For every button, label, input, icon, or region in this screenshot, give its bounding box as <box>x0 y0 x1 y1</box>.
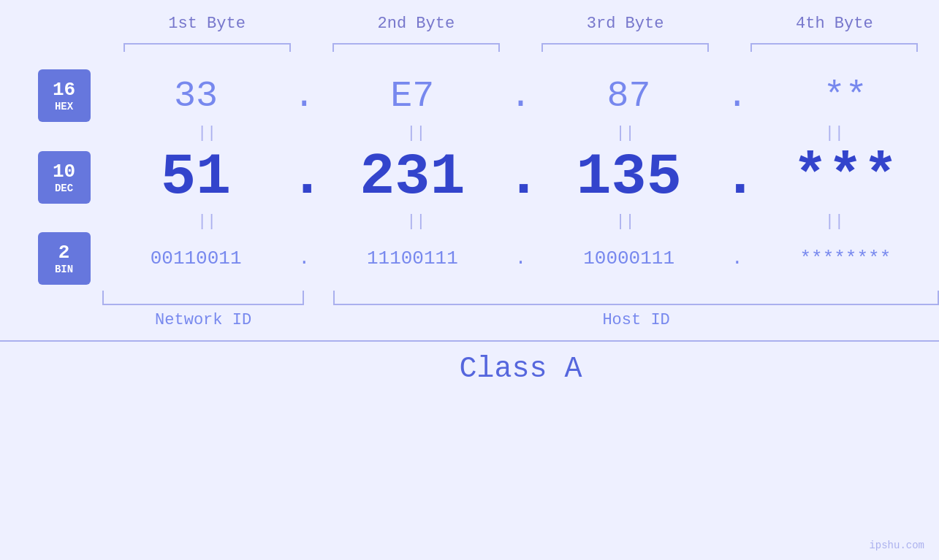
bracket-cell-4 <box>730 40 939 55</box>
byte2-header: 2nd Byte <box>311 15 520 33</box>
bracket-line-1 <box>123 43 291 52</box>
dec-byte1: 51 <box>102 144 289 210</box>
network-id-label: Network ID <box>102 311 304 329</box>
byte3-header: 3rd Byte <box>521 15 730 33</box>
brackets-row <box>0 40 939 55</box>
dec-row: 10 DEC 51 . 231 . 135 . *** <box>0 144 939 210</box>
hex-row: 16 HEX 33 . E7 . 87 . ** <box>0 69 939 122</box>
dec-byte3: 135 <box>536 144 723 210</box>
dec-byte2: 231 <box>319 144 506 210</box>
bracket-line-4 <box>750 43 918 52</box>
bin-label-area: 2 BIN <box>26 232 102 285</box>
dec-values: 51 . 231 . 135 . *** <box>102 144 939 210</box>
hex-base-label: 16 HEX <box>38 69 91 122</box>
bin-dot1: . <box>289 248 319 269</box>
bin-dot3: . <box>723 248 752 269</box>
class-section: Class A <box>0 340 939 386</box>
hex-base-num: 16 <box>53 79 75 101</box>
hex-byte2: E7 <box>319 75 506 117</box>
dot-spacer-1 <box>304 291 333 329</box>
eq1-b1: || <box>102 124 311 142</box>
byte-headers-row: 1st Byte 2nd Byte 3rd Byte 4th Byte <box>0 15 939 33</box>
bin-dot2: . <box>506 248 536 269</box>
host-id-label: Host ID <box>333 311 939 329</box>
eq2-b3: || <box>521 212 730 231</box>
equals-row-2: || || || || <box>0 210 939 232</box>
hex-label-area: 16 HEX <box>26 69 102 122</box>
hex-dot2: . <box>506 75 536 117</box>
class-label: Class A <box>102 353 939 386</box>
dec-base-label: 10 DEC <box>38 151 91 204</box>
network-id-area: Network ID <box>102 291 304 329</box>
byte4-header: 4th Byte <box>730 15 939 33</box>
hex-byte3: 87 <box>536 75 723 117</box>
dec-dot3: . <box>723 144 752 210</box>
byte1-header: 1st Byte <box>102 15 311 33</box>
dec-base-num: 10 <box>53 161 75 183</box>
host-id-bracket <box>333 291 939 305</box>
bracket-line-2 <box>332 43 500 52</box>
eq2-b4: || <box>730 212 939 231</box>
bin-byte1: 00110011 <box>102 248 289 269</box>
main-container: 1st Byte 2nd Byte 3rd Byte 4th Byte 16 H… <box>0 0 939 560</box>
watermark: ipshu.com <box>869 540 924 551</box>
hex-byte4: ** <box>752 75 939 117</box>
bin-byte2: 11100111 <box>319 248 506 269</box>
equals-row-1: || || || || <box>0 122 939 144</box>
hex-dot3: . <box>723 75 752 117</box>
eq2-b2: || <box>311 212 520 231</box>
hex-byte1: 33 <box>102 75 289 117</box>
bracket-cell-1 <box>102 40 311 55</box>
hex-dot1: . <box>289 75 319 117</box>
bin-row: 2 BIN 00110011 . 11100111 . 10000111 . <box>0 232 939 285</box>
bin-byte4: ******** <box>752 248 939 269</box>
dec-base-name: DEC <box>55 183 73 194</box>
dec-dot2: . <box>506 144 536 210</box>
bin-base-label: 2 BIN <box>38 232 91 285</box>
dec-dot1: . <box>289 144 319 210</box>
bracket-cell-2 <box>311 40 520 55</box>
id-section: Network ID Host ID <box>0 291 939 329</box>
bin-base-num: 2 <box>58 242 70 264</box>
eq1-b4: || <box>730 124 939 142</box>
bracket-cell-3 <box>521 40 730 55</box>
network-id-bracket <box>102 291 304 305</box>
bin-base-name: BIN <box>55 264 73 275</box>
dec-byte4: *** <box>752 144 939 210</box>
bin-values: 00110011 . 11100111 . 10000111 . *******… <box>102 248 939 269</box>
bin-byte3: 10000111 <box>536 248 723 269</box>
eq2-b1: || <box>102 212 311 231</box>
hex-base-name: HEX <box>55 101 73 112</box>
bracket-line-3 <box>541 43 709 52</box>
dec-label-area: 10 DEC <box>26 151 102 204</box>
eq1-b3: || <box>521 124 730 142</box>
eq1-b2: || <box>311 124 520 142</box>
hex-values: 33 . E7 . 87 . ** <box>102 75 939 117</box>
host-id-area: Host ID <box>333 291 939 329</box>
